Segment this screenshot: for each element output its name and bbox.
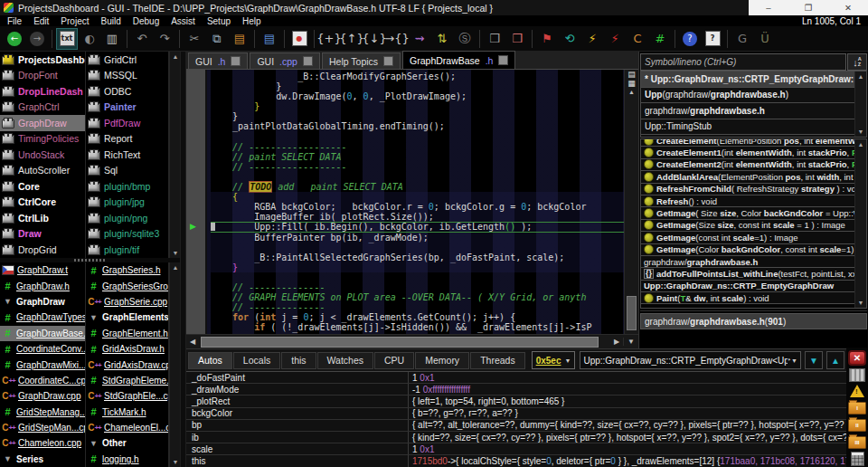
image-file-button[interactable]: ▥: [101, 28, 123, 50]
close-debug-panel-button[interactable]: ✕: [848, 350, 866, 366]
menu-file[interactable]: File: [7, 16, 22, 26]
new-document-button[interactable]: ▤: [259, 28, 280, 50]
code-line[interactable]: // TODO add paint SELECT DATA: [211, 182, 624, 192]
code-line[interactable]: }: [211, 81, 624, 91]
scroll-up-icon[interactable]: ▲: [858, 73, 864, 80]
context-dropdown[interactable]: Upp::GraphDraw_ns::CRTP_EmptyGraphDraw<U…: [580, 351, 801, 369]
symbol-scope-item[interactable]: * Upp::GraphDraw_ns::CRTP_EmptyGraphDraw…: [641, 71, 854, 88]
package-item[interactable]: Sql: [86, 163, 168, 179]
step-down-button[interactable]: ▼: [805, 351, 823, 369]
code-line[interactable]: // ------------------: [211, 142, 624, 152]
file-item[interactable]: #GraphSeries.h: [86, 262, 168, 278]
lineinfo-toggle-icon[interactable]: ▦: [627, 80, 636, 88]
undo-button[interactable]: ↶: [131, 28, 153, 50]
brace-next-button[interactable]: {↓}: [363, 28, 385, 50]
preprocessor-button[interactable]: #: [649, 28, 671, 50]
package-item[interactable]: DropLineDash: [0, 83, 85, 100]
copy-button[interactable]: ⧉: [206, 28, 228, 50]
scroll-up-icon[interactable]: ▲: [858, 141, 864, 148]
horizontal-scroll-thumb[interactable]: [201, 337, 599, 348]
nav-forward-button[interactable]: →: [26, 28, 48, 50]
symbol-member-item[interactable]: GetImage(Size size, const int scale = 1 …: [641, 220, 854, 232]
symbol-member-item[interactable]: CreateElement2(int elementWidth, int sta…: [641, 159, 854, 171]
code-line[interactable]: // --------------: [211, 302, 624, 312]
compile-c-button[interactable]: C: [627, 28, 648, 50]
calculator-icon[interactable]: [851, 452, 864, 466]
package-item[interactable]: DropFont: [0, 68, 85, 84]
file-item[interactable]: C++StdGraphEle...cpp: [86, 388, 168, 404]
code-line[interactable]: }: [211, 262, 624, 272]
step-up-button[interactable]: ▲: [826, 351, 844, 369]
symbol-member-item[interactable]: Refresh() : void: [641, 195, 854, 207]
errors-group-2-icon[interactable]: II: [848, 419, 866, 432]
code-line[interactable]: }: [211, 111, 624, 121]
debug-tab-this[interactable]: this: [281, 352, 316, 369]
file-group-item[interactable]: ▼Series: [0, 452, 85, 467]
symbol-scope-item[interactable]: graphdraw/graphdrawbase.h: [641, 103, 854, 119]
package-item[interactable]: CtrlLib: [0, 210, 85, 226]
package-item[interactable]: CtrlCore: [0, 195, 85, 211]
package-item[interactable]: Report: [86, 131, 168, 148]
vertical-scroll-thumb[interactable]: [627, 296, 637, 330]
package-item[interactable]: plugin/jpg: [86, 195, 168, 211]
paste-button[interactable]: ▤: [229, 28, 250, 50]
variable-row[interactable]: this1715bd0->{ localChStyle={ style=0, d…: [186, 455, 846, 467]
code-line[interactable]: _B::ClearModifyGraphSeries();: [211, 71, 624, 81]
brace-prev-button[interactable]: {↑}: [341, 28, 363, 50]
debug-run-button[interactable]: ⚡: [604, 28, 626, 50]
file-item[interactable]: #GraphDrawMixi...h: [0, 357, 85, 372]
code-line[interactable]: [211, 172, 624, 182]
file-item[interactable]: C++GraphDraw.cpp: [0, 388, 85, 404]
package-item[interactable]: MSSQL: [86, 68, 168, 84]
brace-goto-button[interactable]: →{}: [386, 28, 408, 50]
package-item[interactable]: GraphCtrl: [0, 100, 85, 116]
cut-button[interactable]: ✂: [184, 28, 205, 50]
package-item[interactable]: PdfDraw: [86, 115, 168, 131]
code-line[interactable]: // --------------: [211, 282, 624, 292]
symbol-location-item[interactable]: graphdraw/graphdrawbase.h (901): [640, 313, 867, 329]
package-item[interactable]: plugin/tif: [86, 242, 168, 258]
package-red-button[interactable]: ❒: [506, 28, 528, 50]
file-item[interactable]: #GraphElement.h: [86, 326, 168, 341]
help-button[interactable]: ?: [679, 28, 701, 50]
scroll-left-icon[interactable]: ◀: [186, 338, 199, 346]
code-line[interactable]: [211, 272, 624, 282]
menu-debug[interactable]: Debug: [133, 16, 159, 26]
close-button[interactable]: ✕: [839, 3, 857, 13]
context-help-button[interactable]: ?: [702, 28, 723, 50]
code-line[interactable]: [211, 243, 624, 253]
menu-project[interactable]: Project: [61, 16, 89, 26]
scroll-down-icon[interactable]: ▼: [858, 129, 864, 135]
file-item[interactable]: C++CoordinateC...cpp: [0, 373, 85, 388]
package-item[interactable]: plugin/png: [86, 210, 168, 226]
symbol-member-item[interactable]: RefreshFromChild( RefreshStrategy strate…: [641, 184, 854, 195]
debug-tab-locals[interactable]: Locals: [233, 352, 280, 369]
sort-lines-button[interactable]: ⇅: [431, 28, 453, 50]
member-list-scrollbar[interactable]: ▲ ▼: [854, 139, 866, 308]
code-line[interactable]: [211, 132, 624, 142]
symbol-member-item[interactable]: Paint(T& dw, int scale) : void: [641, 292, 854, 304]
vertical-splitter[interactable]: [180, 52, 186, 467]
symbol-member-item[interactable]: Upp::GraphDraw_ns::CRTP_EmptyGraphDraw: [641, 281, 854, 292]
warnings-icon[interactable]: [850, 385, 864, 397]
scroll-down-icon[interactable]: ▼: [858, 300, 864, 306]
symbol-s-button[interactable]: Ⓢ: [454, 28, 476, 50]
theme-button[interactable]: ◐: [79, 28, 100, 50]
package-item[interactable]: GridCtrl: [86, 52, 168, 68]
redo-button[interactable]: ↷: [154, 28, 175, 50]
scroll-up-icon[interactable]: ▲: [173, 53, 179, 60]
annotation-toggle-icon[interactable]: ▤: [627, 71, 636, 79]
scroll-down-icon[interactable]: ▼: [173, 250, 179, 256]
output-panel-icon[interactable]: [849, 368, 865, 382]
package-gray-button[interactable]: ❒: [484, 28, 505, 50]
menu-build[interactable]: Build: [100, 16, 120, 26]
menu-edit[interactable]: Edit: [33, 16, 49, 26]
editor-tab-graphdrawbase-h[interactable]: GraphDrawBase.h: [402, 51, 515, 69]
files-scrollbar[interactable]: ▲▼: [169, 262, 180, 467]
errors-group-3-icon[interactable]: III: [848, 436, 866, 449]
code-line[interactable]: ImageBuffer ib(_plotRect.Size());: [211, 212, 624, 222]
frame-dropdown[interactable]: 0x5ec ▼: [532, 351, 576, 369]
file-group-item[interactable]: ▼Other: [86, 435, 168, 451]
package-item[interactable]: TimingPolicies: [0, 131, 85, 148]
code-line[interactable]: // paint SELECT DATA: [211, 152, 624, 162]
